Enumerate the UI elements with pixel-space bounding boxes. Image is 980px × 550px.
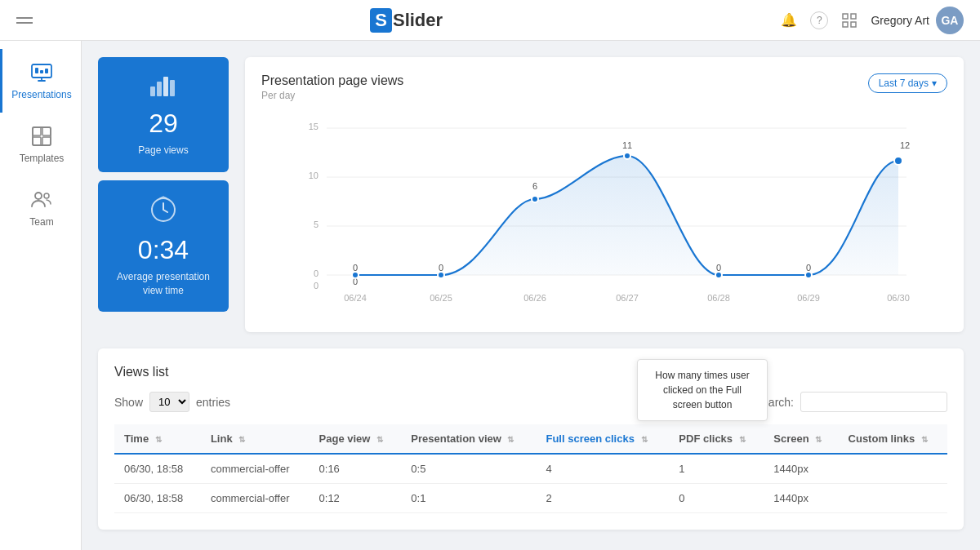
help-icon[interactable]: ?: [810, 11, 828, 29]
fullscreen-tooltip: How many times user clicked on the Full …: [637, 359, 768, 421]
svg-rect-10: [42, 127, 51, 135]
chart-title-group: Presentation page views Per day: [261, 73, 403, 101]
sidebar-item-presentations[interactable]: Presentations: [0, 49, 81, 113]
svg-text:06/28: 06/28: [707, 293, 730, 303]
stats-row: 29 Page views 0:34 Average presentation …: [98, 57, 964, 332]
col-time-label: Time: [124, 432, 149, 445]
view-time-value: 0:34: [138, 235, 189, 265]
sort-icon-link: ⇅: [238, 435, 245, 444]
sort-icon-page-view: ⇅: [376, 435, 383, 444]
main-layout: Presentations Templates Team: [0, 41, 980, 550]
svg-point-45: [438, 272, 444, 278]
svg-rect-12: [42, 137, 51, 145]
row1-custom-links: [839, 454, 947, 484]
page-views-label: Page views: [138, 144, 188, 157]
col-full-screen-label: Full screen clicks: [546, 432, 634, 445]
sidebar-item-templates-label: Templates: [20, 153, 65, 164]
col-presentation-view[interactable]: Presentation view ⇅: [401, 424, 536, 454]
svg-text:12: 12: [900, 140, 910, 150]
sort-icon-full-screen: ⇅: [641, 435, 648, 444]
svg-point-13: [35, 193, 42, 199]
row2-custom-links: [839, 484, 947, 513]
col-time[interactable]: Time ⇅: [114, 424, 201, 454]
row2-link: commercial-offer: [201, 484, 310, 513]
grid-icon[interactable]: [840, 11, 858, 29]
views-list-title: Views list: [114, 365, 947, 379]
row1-pdf-clicks: 1: [669, 454, 764, 484]
hamburger-menu[interactable]: [16, 17, 33, 24]
sort-icon-presentation-view: ⇅: [507, 435, 514, 444]
col-screen-label: Screen: [773, 432, 808, 445]
sort-icon-custom-links: ⇅: [921, 435, 928, 444]
tooltip-text: How many times user clicked on the Full …: [655, 370, 749, 410]
sidebar-item-team[interactable]: Team: [0, 176, 81, 240]
svg-text:06/30: 06/30: [887, 293, 910, 303]
svg-point-44: [352, 272, 359, 278]
svg-text:10: 10: [309, 171, 318, 180]
svg-rect-0: [843, 14, 848, 19]
date-filter-label: Last 7 days: [879, 78, 929, 89]
svg-text:0: 0: [314, 268, 318, 278]
row2-page-view: 0:12: [310, 484, 402, 513]
col-link[interactable]: Link ⇅: [201, 424, 310, 454]
row1-page-view: 0:16: [310, 454, 402, 484]
svg-text:6: 6: [532, 181, 537, 191]
sidebar-item-presentations-label: Presentations: [11, 89, 71, 100]
entries-select[interactable]: 10 25 50: [149, 392, 189, 412]
row1-link: commercial-offer: [201, 454, 310, 484]
presentations-icon: [30, 61, 53, 84]
svg-rect-15: [150, 86, 155, 96]
svg-rect-6: [40, 70, 43, 73]
entries-label: entries: [196, 396, 230, 409]
svg-text:06/25: 06/25: [430, 293, 452, 303]
svg-point-50: [894, 157, 902, 165]
table-controls: Show 10 25 50 entries Search:: [114, 392, 947, 412]
col-custom-links[interactable]: Custom links ⇅: [839, 424, 947, 454]
chevron-down-icon: ▾: [932, 78, 937, 89]
notification-icon[interactable]: 🔔: [780, 11, 798, 29]
search-input[interactable]: [800, 392, 947, 412]
top-navigation: SSlider 🔔 ? Gregory Art GA: [0, 0, 980, 41]
svg-text:06/26: 06/26: [523, 293, 546, 303]
svg-rect-1: [851, 14, 856, 19]
col-page-view[interactable]: Page view ⇅: [310, 424, 402, 454]
main-content: 29 Page views 0:34 Average presentation …: [82, 41, 980, 550]
table-row: 06/30, 18:58 commercial-offer 0:16 0:5 4…: [114, 454, 947, 484]
table-row: 06/30, 18:58 commercial-offer 0:12 0:1 2…: [114, 484, 947, 513]
col-custom-links-label: Custom links: [849, 432, 915, 445]
search-box: Search:: [755, 392, 947, 412]
views-table: Time ⇅ Link ⇅ Page view ⇅ Presentation: [114, 424, 947, 513]
col-screen[interactable]: Screen ⇅: [764, 424, 838, 454]
row1-time: 06/30, 18:58: [114, 454, 201, 484]
view-time-label: Average presentation view time: [110, 270, 216, 298]
topnav-left: [16, 17, 33, 24]
col-page-view-label: Page view: [319, 432, 371, 445]
col-pdf-clicks[interactable]: PDF clicks ⇅: [669, 424, 764, 454]
bar-chart-icon: [149, 72, 178, 104]
svg-text:06/29: 06/29: [797, 293, 820, 303]
sidebar-item-templates[interactable]: Templates: [0, 113, 81, 176]
svg-text:15: 15: [309, 122, 318, 131]
svg-rect-18: [170, 80, 175, 96]
user-profile[interactable]: Gregory Art GA: [871, 7, 964, 34]
topnav-right: 🔔 ? Gregory Art GA: [780, 7, 964, 34]
chart-card: Presentation page views Per day Last 7 d…: [245, 57, 964, 332]
team-icon: [30, 189, 53, 211]
svg-rect-9: [33, 127, 41, 135]
app-logo: SSlider: [370, 8, 443, 33]
templates-icon: [30, 125, 53, 148]
col-full-screen[interactable]: Full screen clicks ⇅: [536, 424, 669, 454]
date-filter-button[interactable]: Last 7 days ▾: [868, 73, 947, 93]
user-avatar: GA: [936, 7, 964, 34]
col-link-label: Link: [211, 432, 233, 445]
row2-presentation-view: 0:1: [401, 484, 536, 513]
logo-text: Slider: [393, 10, 443, 31]
row2-pdf-clicks: 0: [669, 484, 764, 513]
svg-point-14: [44, 193, 49, 198]
col-presentation-view-label: Presentation view: [411, 432, 501, 445]
show-entries: Show 10 25 50 entries: [114, 392, 230, 412]
sidebar: Presentations Templates Team: [0, 41, 82, 550]
svg-text:06/27: 06/27: [616, 293, 639, 303]
svg-rect-8: [33, 127, 51, 145]
svg-rect-5: [35, 68, 38, 73]
